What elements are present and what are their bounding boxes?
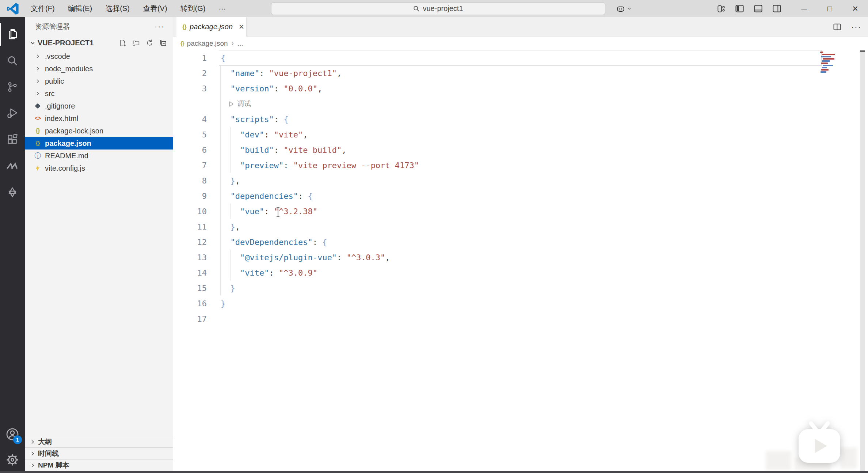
code-text: }, xyxy=(221,222,240,231)
tab-close-icon[interactable]: ✕ xyxy=(239,23,244,31)
search-value: vue-project1 xyxy=(423,4,463,13)
minimap-mark xyxy=(821,56,831,57)
refresh-icon[interactable] xyxy=(146,39,153,47)
breadcrumb-symbol[interactable]: ... xyxy=(237,39,243,48)
file-row-gitignore[interactable]: .gitignore xyxy=(25,100,173,112)
file-label: node_modules xyxy=(45,65,93,73)
menu-selection[interactable]: 选择(S) xyxy=(100,2,135,15)
codelens-debug[interactable]: 调试 xyxy=(173,96,868,111)
menu-view[interactable]: 查看(V) xyxy=(138,2,172,15)
code-text: "dev": "vite", xyxy=(221,130,308,139)
customize-layout-icon[interactable] xyxy=(716,4,726,14)
code-line[interactable]: 5 "dev": "vite", xyxy=(173,127,868,142)
account-button[interactable]: 1 xyxy=(0,423,25,446)
maximize-button[interactable]: □ xyxy=(817,0,842,17)
activity-extension-m[interactable] xyxy=(0,155,25,177)
editor-scrollbar[interactable] xyxy=(860,50,865,473)
json-file-icon: {} xyxy=(182,23,186,31)
code-line[interactable]: 15 } xyxy=(173,280,868,296)
code-line[interactable]: 4 "scripts": { xyxy=(173,111,868,127)
menu-overflow[interactable]: ··· xyxy=(213,3,231,14)
window-bottom-edge xyxy=(0,471,868,473)
split-editor-icon[interactable] xyxy=(833,22,842,31)
activity-extension-knot[interactable] xyxy=(0,181,25,204)
menu-file[interactable]: 文件(F) xyxy=(26,2,60,15)
copilot-menu[interactable] xyxy=(616,0,632,17)
panel-label: NPM 脚本 xyxy=(38,461,69,470)
tab-package-json[interactable]: {} package.json ✕ xyxy=(176,17,247,37)
activity-search[interactable] xyxy=(0,49,25,72)
file-label: src xyxy=(45,90,55,98)
close-button[interactable]: ✕ xyxy=(842,0,868,17)
activity-bar: 1 xyxy=(0,17,25,473)
code-line[interactable]: 2 "name": "vue-project1", xyxy=(173,65,868,81)
play-outline-icon xyxy=(229,101,234,107)
panel-npm-scripts[interactable]: NPM 脚本 xyxy=(25,459,173,471)
code-line[interactable]: 1{ xyxy=(173,50,868,65)
file-label: .gitignore xyxy=(45,102,75,110)
activity-explorer[interactable] xyxy=(0,23,26,46)
code-text: { xyxy=(221,53,225,63)
overview-ruler-cursor-mark xyxy=(860,50,865,52)
file-row-package-json[interactable]: {} package.json xyxy=(25,137,173,150)
toggle-secondary-sidebar-icon[interactable] xyxy=(772,4,782,14)
file-row-public[interactable]: public xyxy=(25,75,173,87)
collapse-all-icon[interactable] xyxy=(159,39,167,47)
minimap[interactable] xyxy=(820,52,860,73)
breadcrumb-file[interactable]: package.json xyxy=(187,39,228,48)
code-line[interactable]: 14 "vite": "^3.0.9" xyxy=(173,265,868,280)
file-row-vite-config[interactable]: vite.config.js xyxy=(25,162,173,174)
vscode-window: { "titlebar": { "menus": ["文件(F)", "编辑(E… xyxy=(0,0,868,473)
activity-source-control[interactable] xyxy=(0,76,25,98)
file-row-readme[interactable]: ⓘ README.md xyxy=(25,150,173,162)
settings-button[interactable] xyxy=(0,449,25,471)
toggle-panel-icon[interactable] xyxy=(753,4,763,14)
toggle-primary-sidebar-icon[interactable] xyxy=(735,4,745,14)
code-text: "scripts": { xyxy=(221,115,288,124)
code-line[interactable]: 13 "@vitejs/plugin-vue": "^3.0.3", xyxy=(173,250,868,265)
breadcrumb: {} package.json › ... xyxy=(173,37,868,50)
file-row-vscode[interactable]: .vscode xyxy=(25,50,173,63)
menu-goto[interactable]: 转到(G) xyxy=(175,2,211,15)
menu-edit[interactable]: 编辑(E) xyxy=(63,2,98,15)
code-line[interactable]: 8 }, xyxy=(173,173,868,188)
code-text: "build": "vite build", xyxy=(221,145,346,155)
new-file-icon[interactable] xyxy=(119,39,126,47)
minimap-mark xyxy=(821,63,828,64)
code-line[interactable]: 12 "devDependencies": { xyxy=(173,234,868,250)
code-area[interactable]: 1{2 "name": "vue-project1",3 "version": … xyxy=(173,50,868,473)
code-line[interactable]: 6 "build": "vite build", xyxy=(173,142,868,158)
activity-run-debug[interactable] xyxy=(0,102,25,125)
json-file-icon: {} xyxy=(35,127,39,135)
code-line[interactable]: 7 "preview": "vite preview --port 4173" xyxy=(173,158,868,173)
file-row-node-modules[interactable]: node_modules xyxy=(25,63,173,75)
code-line[interactable]: 3 "version": "0.0.0", xyxy=(173,81,868,96)
line-number: 13 xyxy=(173,253,207,262)
code-text: } xyxy=(221,284,235,293)
tabbar-more-icon[interactable]: ··· xyxy=(851,22,861,32)
line-number: 2 xyxy=(173,69,207,78)
code-line[interactable]: 17 xyxy=(173,311,868,326)
file-row-index-html[interactable]: <> index.html xyxy=(25,112,173,125)
file-row-package-lock[interactable]: {} package-lock.json xyxy=(25,125,173,137)
command-center-search[interactable]: vue-project1 xyxy=(271,2,605,15)
code-line[interactable]: 16} xyxy=(173,296,868,311)
project-section-header[interactable]: VUE-PROJECT1 xyxy=(25,36,173,49)
codelens-label[interactable]: 调试 xyxy=(237,99,251,109)
code-text: "vue": "^3.2.38" xyxy=(221,207,317,216)
file-label: .vscode xyxy=(45,52,70,61)
new-folder-icon[interactable] xyxy=(132,39,140,47)
line-number: 6 xyxy=(173,145,207,155)
line-number: 1 xyxy=(173,53,207,63)
activity-extensions[interactable] xyxy=(0,128,25,151)
file-row-src[interactable]: src xyxy=(25,87,173,100)
minimize-button[interactable]: ─ xyxy=(791,0,817,17)
window-controls: ─ □ ✕ xyxy=(791,0,868,17)
minimap-mark xyxy=(821,69,829,71)
explorer-more-actions[interactable]: ··· xyxy=(155,22,165,31)
code-line[interactable]: 11 }, xyxy=(173,219,868,234)
panel-outline[interactable]: 大纲 xyxy=(25,436,173,447)
chevron-right-icon xyxy=(35,91,40,96)
panel-timeline[interactable]: 时间线 xyxy=(25,447,173,459)
code-line[interactable]: 9 "dependencies": { xyxy=(173,188,868,204)
